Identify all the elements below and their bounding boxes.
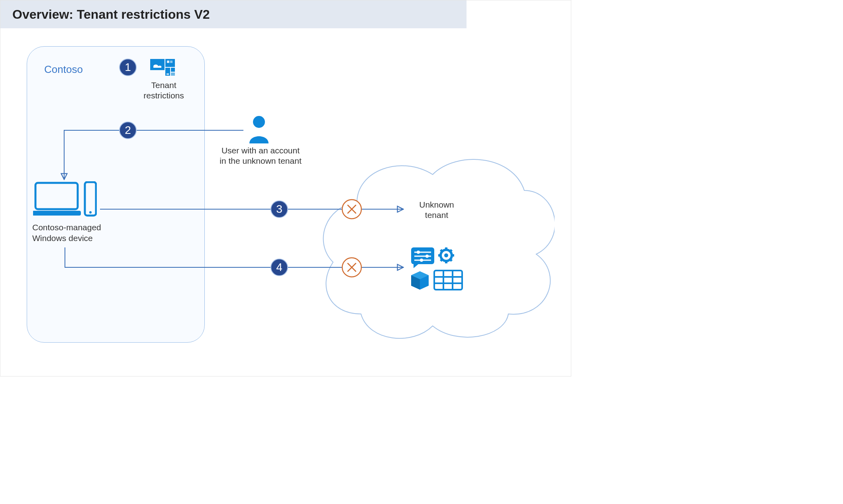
svg-line-27 (441, 250, 442, 251)
svg-point-21 (420, 259, 423, 262)
step-badge-4: 4 (271, 259, 288, 276)
cloud-shape (313, 143, 555, 346)
step-badge-2: 2 (119, 122, 137, 139)
svg-line-28 (450, 250, 452, 251)
svg-point-8 (253, 116, 265, 128)
diagram-canvas: Overview: Tenant restrictions V2 Contoso (0, 0, 571, 377)
svg-point-31 (444, 253, 448, 257)
svg-rect-5 (167, 73, 169, 75)
tenant-restrictions-icon (150, 59, 175, 76)
svg-rect-7 (171, 73, 175, 76)
svg-point-17 (417, 251, 420, 254)
step-badge-1: 1 (119, 59, 137, 76)
contoso-label: Contoso (44, 63, 83, 76)
devices-icon (33, 181, 97, 219)
svg-point-12 (89, 211, 92, 214)
user-icon (248, 116, 270, 143)
svg-line-30 (450, 259, 452, 261)
svg-line-29 (441, 259, 442, 261)
svg-rect-6 (171, 68, 175, 72)
apps-cluster-icon (411, 247, 465, 291)
block-icon (341, 257, 362, 278)
devices-label: Contoso-managed Windows device (32, 222, 112, 244)
step-badge-3: 3 (271, 200, 288, 218)
svg-rect-3 (170, 61, 173, 63)
unknown-tenant-label: Unknown tenant (409, 200, 465, 221)
page-title: Overview: Tenant restrictions V2 (12, 7, 210, 22)
user-label: User with an account in the unknown tena… (219, 145, 302, 167)
svg-rect-9 (35, 183, 78, 209)
svg-point-19 (425, 255, 429, 258)
title-bar: Overview: Tenant restrictions V2 (0, 0, 467, 28)
block-icon (341, 199, 362, 220)
svg-rect-11 (85, 182, 96, 216)
svg-rect-0 (150, 59, 165, 70)
svg-rect-10 (33, 211, 81, 216)
tenant-restrictions-label: Tenant restrictions (136, 80, 192, 101)
svg-rect-32 (434, 271, 462, 290)
svg-rect-2 (167, 61, 169, 63)
